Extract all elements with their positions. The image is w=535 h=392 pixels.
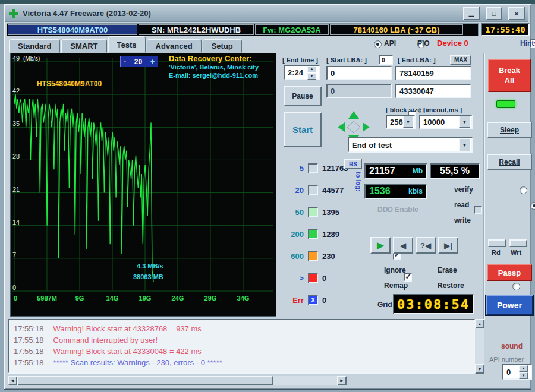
bucket-label: 200	[286, 230, 304, 239]
svg-text:34G: 34G	[237, 295, 250, 302]
step-back-button[interactable]: ◀	[393, 237, 413, 254]
nav-right-icon[interactable]	[363, 122, 370, 132]
bucket-swatch	[308, 185, 318, 195]
zoom-minus-button[interactable]: -	[124, 58, 126, 66]
bucket-count: 1395	[322, 208, 339, 217]
pause-button[interactable]: Pause	[284, 86, 322, 106]
end-time-down-icon[interactable]: ▼	[307, 73, 316, 80]
log-vscrollbar[interactable]: ▲ ▼	[475, 319, 484, 374]
speed-graph-panel: 05987M9G14G19G24G29G34G49423528211470(Mb…	[10, 53, 276, 317]
speed-display: 1536 kb/s	[364, 184, 427, 199]
svg-text:14: 14	[12, 219, 20, 226]
wrt-label: Wrt	[511, 249, 521, 256]
end-lba-label: [ End LBA: ]	[398, 56, 436, 64]
maximize-button[interactable]: □	[486, 7, 502, 20]
graph-zoom-control: - 20 +	[120, 56, 158, 67]
drive-firmware: Fw: MG2OA53A	[255, 24, 329, 35]
svg-text:35: 35	[12, 120, 20, 127]
log-panel: 17:55:18Warning! Block start at 43328768…	[8, 319, 475, 374]
scroll-left-icon[interactable]: ◀	[8, 376, 17, 385]
log-hscrollbar[interactable]: ◀ ▶	[8, 376, 347, 385]
log-message: ***** Scan results: Warnings - 230, erro…	[54, 358, 222, 367]
start-lba-input[interactable]: 0	[326, 66, 392, 80]
minimize-button[interactable]: ▁	[463, 7, 480, 20]
block-size-dropdown-icon[interactable]: ▼	[403, 116, 413, 128]
banner-city: 'Victoria', Belarus, Minsk city	[169, 63, 259, 71]
api-number-label: API number	[489, 356, 524, 363]
svg-text:21: 21	[12, 186, 20, 193]
zoom-plus-button[interactable]: +	[150, 58, 155, 66]
current-end-lba-display: 43330047	[395, 84, 471, 98]
tab-bar: Standard SMART Tests Advanced Setup	[9, 36, 366, 53]
scroll-down-icon[interactable]: ▼	[475, 364, 484, 374]
svg-text:5987M: 5987M	[37, 295, 57, 302]
timeout-select[interactable]: 10000 ▼	[419, 115, 473, 129]
max-button[interactable]: MAX	[450, 55, 471, 65]
zoom-value: 20	[134, 58, 142, 66]
block-size-select[interactable]: 256 ▼	[386, 115, 416, 129]
seek-question-button[interactable]: ?◀	[416, 237, 436, 254]
verify-radio[interactable]	[520, 186, 527, 194]
api-number-value: 0	[506, 368, 511, 377]
end-time-up-icon[interactable]: ▲	[307, 66, 316, 72]
bucket-label: 5	[286, 164, 304, 173]
bucket-label: >	[286, 274, 304, 283]
log-line: 17:55:18***** Scan results: Warnings - 2…	[14, 357, 469, 368]
timeout-dropdown-icon[interactable]: ▼	[459, 116, 470, 128]
percent-display: 55,5 %	[430, 163, 480, 179]
svg-text:14G: 14G	[106, 295, 119, 302]
play-button[interactable]: ▶	[370, 237, 391, 254]
nav-up-icon[interactable]	[348, 111, 359, 119]
nav-left-icon[interactable]	[338, 122, 345, 132]
banner-email: E-mail: sergei@hdd-911.com	[169, 71, 259, 80]
scroll-up-icon[interactable]: ▲	[475, 319, 484, 328]
remap-radio[interactable]	[512, 283, 520, 290]
start-lba-mini-box[interactable]: 0	[379, 55, 393, 65]
titlebar[interactable]: Victoria 4.47 Freeware (2013-02-20) ▁ □ …	[5, 5, 528, 22]
rd-indicator-button[interactable]	[488, 239, 506, 247]
log-over-checkbox[interactable]	[404, 273, 412, 282]
start-button[interactable]: Start	[284, 112, 322, 147]
close-button[interactable]: ×	[508, 7, 525, 20]
api-number-spinner[interactable]: 0 ▲ ▼	[502, 364, 532, 380]
read-radio[interactable]	[530, 202, 535, 210]
rs-button[interactable]: RS	[344, 159, 362, 169]
recall-button[interactable]: Recall	[487, 154, 532, 170]
log-line: 17:55:18Warning! Block start at 43330048…	[14, 346, 469, 357]
hscroll-thumb[interactable]	[17, 376, 273, 385]
end-time-spinner[interactable]: 2:24 ▲ ▼	[284, 65, 320, 80]
device-label: Device 0	[437, 39, 468, 48]
api-number-up-icon[interactable]: ▲	[519, 365, 528, 372]
drive-serial: SN: MRL242L2HWUDHB	[139, 24, 254, 35]
api-radio[interactable]	[374, 40, 382, 48]
erase-label: Erase	[438, 266, 457, 274]
bucket-count: 0	[322, 274, 326, 283]
end-time-label: [ End time ]	[282, 56, 318, 64]
tab-advanced[interactable]: Advanced	[147, 39, 202, 53]
scroll-right-icon[interactable]: ▶	[337, 376, 347, 385]
tab-smart[interactable]: SMART	[61, 39, 106, 53]
end-of-test-dropdown-icon[interactable]: ▼	[459, 138, 470, 151]
power-button[interactable]: Power	[486, 295, 533, 315]
wrt-indicator-button[interactable]	[509, 239, 527, 247]
cursor-position-label: 38063 MB	[133, 273, 163, 280]
ddd-checkbox[interactable]	[474, 206, 482, 214]
speed-value: 1536	[369, 186, 408, 197]
tab-tests[interactable]: Tests	[108, 36, 146, 53]
tab-standard[interactable]: Standard	[9, 39, 60, 53]
bucket-count: 1289	[322, 230, 339, 239]
passp-button[interactable]: Passp	[487, 264, 532, 281]
end-lba-input[interactable]: 78140159	[395, 66, 471, 80]
api-number-down-icon[interactable]: ▼	[519, 372, 528, 379]
bucket-label: Err	[286, 296, 304, 305]
sleep-button[interactable]: Sleep	[487, 122, 532, 138]
end-of-test-select[interactable]: End of test ▼	[348, 137, 473, 153]
tab-setup[interactable]: Setup	[203, 39, 242, 53]
write-label: write	[454, 216, 471, 225]
break-all-button[interactable]: Break All	[488, 59, 531, 92]
bucket-swatch	[308, 251, 318, 261]
seek-end-button[interactable]: ▶|	[438, 237, 458, 254]
bucket-swatch: X	[308, 295, 318, 305]
svg-text:9G: 9G	[75, 295, 84, 302]
error-x-icon: X	[311, 298, 315, 304]
